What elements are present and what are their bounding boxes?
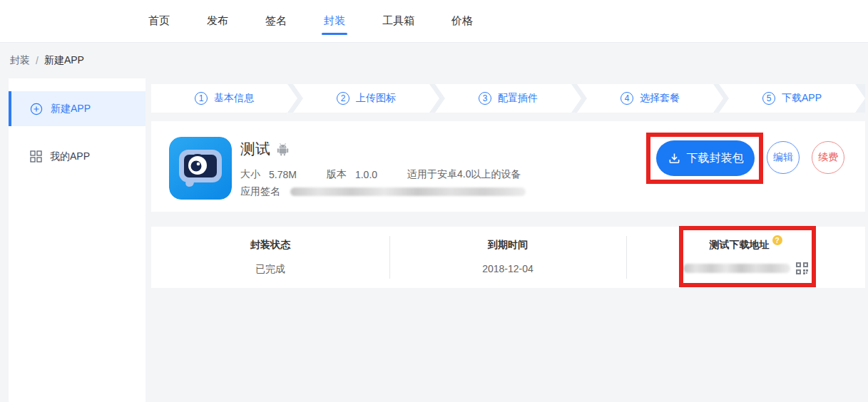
step-number: 3: [479, 92, 491, 105]
column-header: 测试下载地址 ?: [626, 239, 865, 252]
download-package-button[interactable]: 下载封装包: [656, 140, 755, 176]
breadcrumb-root[interactable]: 封装: [10, 54, 30, 67]
step-label: 下载APP: [782, 92, 822, 105]
step-download-app[interactable]: 5 下载APP: [719, 84, 865, 113]
app-packaging-console: 首页 发布 签名 封装 工具箱 价格 封装 / 新建APP 新建APP: [0, 0, 868, 402]
app-meta-row: 大小 5.78M 版本 1.0.0 适用于安卓4.0以上的设备: [240, 168, 521, 181]
edit-button[interactable]: 编辑: [767, 141, 800, 174]
step-number: 2: [337, 92, 349, 105]
nav-item-package[interactable]: 封装: [324, 0, 345, 42]
step-number: 4: [621, 92, 633, 105]
step-configure-plugins[interactable]: 3 配置插件: [435, 84, 581, 113]
app-title-row: 测试: [240, 139, 289, 159]
step-wizard: 1 基本信息 2 上传图标 3 配置插件 4 选择套餐 5 下载APP: [151, 84, 865, 113]
step-upload-icon[interactable]: 2 上传图标: [293, 84, 439, 113]
breadcrumb-separator: /: [36, 55, 39, 66]
expiry-date-value: 2018-12-04: [389, 263, 626, 274]
version-value: 1.0.0: [355, 169, 377, 180]
top-nav: 首页 发布 签名 封装 工具箱 价格: [0, 0, 868, 43]
size-label: 大小: [240, 168, 260, 181]
app-signature-row: 应用签名: [240, 185, 526, 198]
size-value: 5.78M: [269, 169, 297, 180]
step-label: 基本信息: [214, 92, 254, 105]
nav-item-pricing[interactable]: 价格: [451, 0, 473, 42]
step-select-plan[interactable]: 4 选择套餐: [577, 84, 723, 113]
main-content: 1 基本信息 2 上传图标 3 配置插件 4 选择套餐 5 下载APP: [151, 78, 865, 402]
android-icon: [277, 143, 289, 156]
renew-button[interactable]: 续费: [812, 141, 844, 174]
sidebar-item-new-app[interactable]: 新建APP: [9, 91, 145, 126]
compatibility-text: 适用于安卓4.0以上的设备: [407, 168, 521, 181]
app-card: 测试 大小 5.78M 版本: [151, 121, 865, 212]
sidebar-item-label: 我的APP: [50, 150, 90, 163]
column-header: 封装状态: [151, 239, 389, 252]
sidebar-item-label: 新建APP: [51, 103, 91, 115]
test-download-address-column: 测试下载地址 ?: [626, 227, 865, 288]
download-address-row: [626, 262, 865, 275]
download-icon: [668, 152, 681, 165]
signature-redacted-value: [290, 187, 526, 196]
breadcrumb-current: 新建APP: [44, 54, 84, 67]
nav-item-toolbox[interactable]: 工具箱: [382, 0, 414, 42]
step-label: 上传图标: [356, 92, 396, 105]
package-info-card: 封装状态 已完成 到期时间 2018-12-04 测试下载地址 ?: [151, 227, 865, 288]
signature-label: 应用签名: [240, 185, 280, 198]
step-number: 5: [762, 92, 775, 105]
download-url-redacted: [683, 264, 790, 273]
package-status-column: 封装状态 已完成: [151, 227, 389, 288]
sidebar: 新建APP 我的APP: [9, 78, 145, 402]
package-status-value: 已完成: [151, 263, 389, 276]
step-label: 选择套餐: [640, 92, 680, 105]
column-header: 到期时间: [389, 239, 626, 252]
plus-circle-icon: [30, 103, 43, 115]
step-number: 1: [195, 92, 208, 105]
version-label: 版本: [327, 168, 347, 181]
nav-item-home[interactable]: 首页: [148, 0, 170, 42]
breadcrumb: 封装 / 新建APP: [10, 43, 84, 78]
grid-icon: [30, 150, 42, 163]
help-icon[interactable]: ?: [772, 235, 782, 245]
expiry-date-column: 到期时间 2018-12-04: [389, 227, 626, 288]
step-label: 配置插件: [498, 92, 538, 105]
download-button-label: 下载封装包: [687, 151, 744, 166]
sidebar-item-my-apps[interactable]: 我的APP: [9, 139, 145, 174]
app-icon: [169, 137, 232, 200]
qr-code-icon[interactable]: [795, 262, 809, 275]
step-basic-info[interactable]: 1 基本信息: [151, 84, 297, 113]
nav-item-sign[interactable]: 签名: [265, 0, 287, 42]
nav-item-publish[interactable]: 发布: [207, 0, 228, 42]
app-name: 测试: [240, 139, 270, 159]
